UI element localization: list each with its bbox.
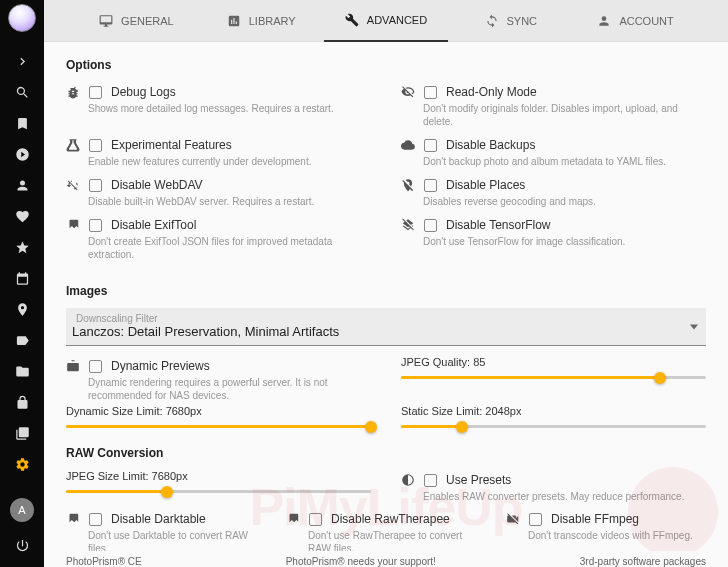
image-off-icon	[286, 512, 300, 526]
tab-general[interactable]: GENERAL	[74, 0, 199, 42]
tab-library[interactable]: LIBRARY	[199, 0, 324, 42]
slider-track[interactable]	[401, 376, 706, 379]
tab-account[interactable]: ACCOUNT	[573, 0, 698, 42]
checkbox[interactable]	[89, 360, 102, 373]
sync-off-icon	[66, 178, 80, 192]
contrast-icon	[401, 473, 415, 487]
nav-favorite-icon[interactable]	[0, 201, 44, 232]
option-label[interactable]: Disable RawTherapee	[331, 512, 450, 526]
checkbox[interactable]	[89, 139, 102, 152]
option-label[interactable]: Disable FFmpeg	[551, 512, 639, 526]
section-options-title: Options	[66, 58, 706, 72]
option-label[interactable]: Experimental Features	[111, 138, 232, 152]
checkbox[interactable]	[529, 513, 542, 526]
option-label[interactable]: Debug Logs	[111, 85, 176, 99]
nav-play-icon[interactable]	[0, 139, 44, 170]
slider-track[interactable]	[66, 425, 371, 428]
location-off-icon	[401, 178, 415, 192]
option-label[interactable]: Disable WebDAV	[111, 178, 203, 192]
option-label[interactable]: Disable TensorFlow	[446, 218, 551, 232]
slider-track[interactable]	[66, 490, 371, 493]
footer: PhotoPrism® CE PhotoPrism® needs your su…	[44, 551, 728, 567]
option-desc: Shows more detailed log messages. Requir…	[88, 102, 371, 115]
dynamic-size-slider: Dynamic Size Limit: 7680px	[66, 405, 371, 428]
app-logo[interactable]	[8, 4, 36, 32]
option-desc: Enables RAW converter presets. May reduc…	[423, 490, 706, 503]
user-avatar[interactable]: A	[10, 498, 34, 522]
option-disable-backups: Disable Backups Don't backup photo and a…	[401, 135, 706, 171]
nav-places-icon[interactable]	[0, 294, 44, 325]
layers-off-icon	[401, 218, 415, 232]
checkbox[interactable]	[424, 139, 437, 152]
tab-label: SYNC	[507, 15, 538, 27]
option-label[interactable]: Disable Places	[446, 178, 525, 192]
image-off-icon	[66, 218, 80, 232]
slider-thumb[interactable]	[365, 421, 377, 433]
checkbox[interactable]	[424, 86, 437, 99]
option-disable-tensorflow: Disable TensorFlow Don't use TensorFlow …	[401, 215, 706, 264]
power-icon[interactable]	[0, 530, 44, 561]
option-desc: Don't create ExifTool JSON files for imp…	[88, 235, 371, 261]
slider-thumb[interactable]	[456, 421, 468, 433]
option-desc: Don't modify originals folder. Disables …	[423, 102, 706, 128]
nav-library-icon[interactable]	[0, 418, 44, 449]
option-debug-logs: Debug Logs Shows more detailed log messa…	[66, 82, 371, 131]
option-label[interactable]: Disable Darktable	[111, 512, 206, 526]
nav-expand-icon[interactable]	[0, 46, 44, 77]
tab-label: GENERAL	[121, 15, 174, 27]
option-desc: Disable built-in WebDAV server. Requires…	[88, 195, 371, 208]
image-off-icon	[66, 512, 80, 526]
nav-settings-icon[interactable]	[0, 449, 44, 480]
option-label[interactable]: Dynamic Previews	[111, 359, 210, 373]
option-label[interactable]: Use Presets	[446, 473, 511, 487]
checkbox[interactable]	[89, 179, 102, 192]
option-label[interactable]: Disable ExifTool	[111, 218, 196, 232]
option-read-only: Read-Only Mode Don't modify originals fo…	[401, 82, 706, 131]
nav-label-icon[interactable]	[0, 325, 44, 356]
checkbox[interactable]	[89, 86, 102, 99]
chevron-down-icon	[690, 324, 698, 329]
checkbox[interactable]	[89, 219, 102, 232]
tab-label: ACCOUNT	[619, 15, 673, 27]
select-label: Downscaling Filter	[72, 311, 700, 324]
static-size-slider: Static Size Limit: 2048px	[401, 405, 706, 428]
nav-folder-icon[interactable]	[0, 356, 44, 387]
nav-calendar-icon[interactable]	[0, 263, 44, 294]
option-experimental: Experimental Features Enable new feature…	[66, 135, 371, 171]
nav-bookmark-icon[interactable]	[0, 108, 44, 139]
backup-off-icon	[401, 138, 415, 152]
option-desc: Don't use TensorFlow for image classific…	[423, 235, 706, 248]
tab-label: LIBRARY	[249, 15, 296, 27]
checkbox[interactable]	[424, 474, 437, 487]
checkbox[interactable]	[309, 513, 322, 526]
footer-center[interactable]: PhotoPrism® needs your support!	[286, 556, 436, 567]
slider-thumb[interactable]	[161, 486, 173, 498]
option-desc: Don't backup photo and album metadata to…	[423, 155, 706, 168]
option-desc: Enable new features currently under deve…	[88, 155, 371, 168]
raw-jpeg-size-slider: JPEG Size Limit: 7680px	[66, 470, 371, 493]
option-label[interactable]: Read-Only Mode	[446, 85, 537, 99]
checkbox[interactable]	[424, 219, 437, 232]
option-desc: Don't transcode videos with FFmpeg.	[528, 529, 706, 542]
checkbox[interactable]	[424, 179, 437, 192]
nav-lock-icon[interactable]	[0, 387, 44, 418]
option-disable-exiftool: Disable ExifTool Don't create ExifTool J…	[66, 215, 371, 264]
nav-people-icon[interactable]	[0, 170, 44, 201]
tab-sync[interactable]: SYNC	[448, 0, 573, 42]
select-value: Lanczos: Detail Preservation, Minimal Ar…	[72, 324, 700, 339]
jpeg-quality-slider: JPEG Quality: 85	[401, 356, 706, 389]
nav-search-icon[interactable]	[0, 77, 44, 108]
tab-advanced[interactable]: ADVANCED	[324, 0, 449, 42]
footer-right[interactable]: 3rd-party software packages	[580, 556, 706, 567]
slider-label: JPEG Quality: 85	[401, 356, 706, 368]
checkbox[interactable]	[89, 513, 102, 526]
slider-track[interactable]	[401, 425, 706, 428]
option-desc: Disables reverse geocoding and maps.	[423, 195, 706, 208]
option-label[interactable]: Disable Backups	[446, 138, 535, 152]
slider-label: JPEG Size Limit: 7680px	[66, 470, 371, 482]
slider-label: Dynamic Size Limit: 7680px	[66, 405, 371, 417]
section-images-title: Images	[66, 284, 706, 298]
nav-star-icon[interactable]	[0, 232, 44, 263]
downscaling-filter-select[interactable]: Downscaling Filter Lanczos: Detail Prese…	[66, 308, 706, 346]
slider-thumb[interactable]	[654, 372, 666, 384]
